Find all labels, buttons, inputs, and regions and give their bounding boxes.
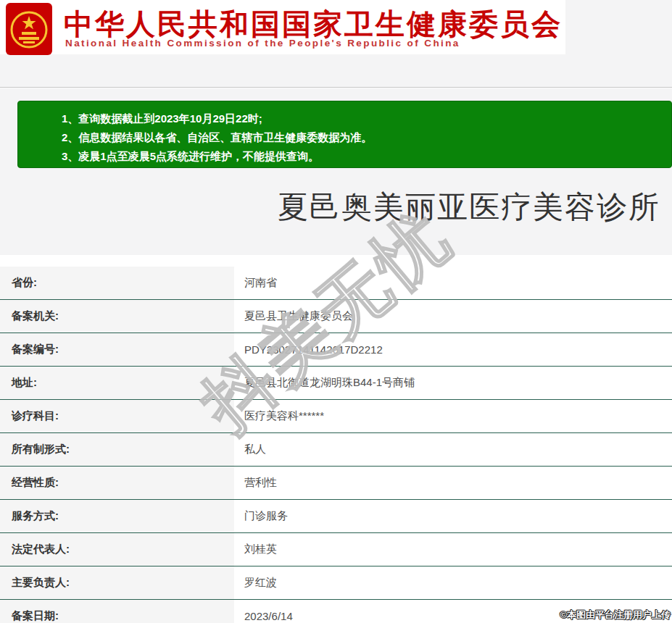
- row-value: 私人: [234, 433, 672, 466]
- table-row: 服务方式: 门诊服务: [0, 500, 672, 533]
- row-label: 法定代表人:: [0, 533, 234, 566]
- header-divider: [0, 87, 672, 88]
- institution-title: 夏邑奥美丽亚医疗美容诊所: [0, 187, 660, 227]
- row-value: 营利性: [234, 467, 672, 499]
- row-value: 夏邑县北御道龙湖明珠B44-1号商铺: [234, 367, 672, 399]
- table-row: 地址: 夏邑县北御道龙湖明珠B44-1号商铺: [0, 367, 672, 400]
- row-value: 医疗美容科******: [234, 400, 672, 432]
- table-row: 备案编号: PDY23027141142617D2212: [0, 333, 672, 367]
- notice-line-1: 1、查询数据截止到2023年10月29日22时;: [62, 109, 671, 128]
- row-value: 门诊服务: [234, 500, 672, 532]
- page: 中华人民共和国国家卫生健康委员会 National Health Commiss…: [0, 0, 672, 623]
- row-label: 地址:: [0, 367, 234, 399]
- notice-box: 1、查询数据截止到2023年10月29日22时; 2、信息数据结果以各省、自治区…: [17, 101, 672, 168]
- copyright-watermark: ©本图由平台注册用户上传: [560, 609, 671, 622]
- row-value: 河南省: [234, 267, 672, 299]
- row-label: 所有制形式:: [0, 433, 234, 466]
- table-row: 主要负责人: 罗红波: [0, 566, 672, 600]
- table-row: 省份: 河南省: [0, 267, 672, 300]
- notice-line-3: 3、凌晨1点至凌晨5点系统进行维护，不能提供查询。: [62, 147, 671, 166]
- row-label: 省份:: [0, 267, 234, 299]
- row-label: 诊疗科目:: [0, 400, 234, 432]
- site-header: 中华人民共和国国家卫生健康委员会 National Health Commiss…: [0, 0, 565, 54]
- row-label: 备案机关:: [0, 300, 234, 333]
- row-label: 主要负责人:: [0, 566, 234, 599]
- national-emblem-icon: [6, 3, 52, 55]
- row-value: 夏邑县卫生健康委员会: [234, 300, 672, 333]
- row-value: 刘桂英: [234, 533, 672, 566]
- row-value: PDY23027141142617D2212: [234, 333, 672, 366]
- table-row: 经营性质: 营利性: [0, 467, 672, 500]
- table-row: 所有制形式: 私人: [0, 433, 672, 467]
- table-row: 诊疗科目: 医疗美容科******: [0, 400, 672, 433]
- record-table: 省份: 河南省 备案机关: 夏邑县卫生健康委员会 备案编号: PDY230271…: [0, 267, 672, 623]
- row-label: 备案日期:: [0, 600, 234, 623]
- row-label: 经营性质:: [0, 467, 234, 499]
- table-row: 法定代表人: 刘桂英: [0, 533, 672, 566]
- row-value: 罗红波: [234, 566, 672, 599]
- row-label: 服务方式:: [0, 500, 234, 532]
- row-label: 备案编号:: [0, 333, 234, 366]
- notice-line-2: 2、信息数据结果以各省、自治区、直辖市卫生健康委数据为准。: [62, 128, 671, 147]
- table-row: 备案机关: 夏邑县卫生健康委员会: [0, 300, 672, 333]
- org-title-en: National Health Commission of the People…: [65, 38, 460, 49]
